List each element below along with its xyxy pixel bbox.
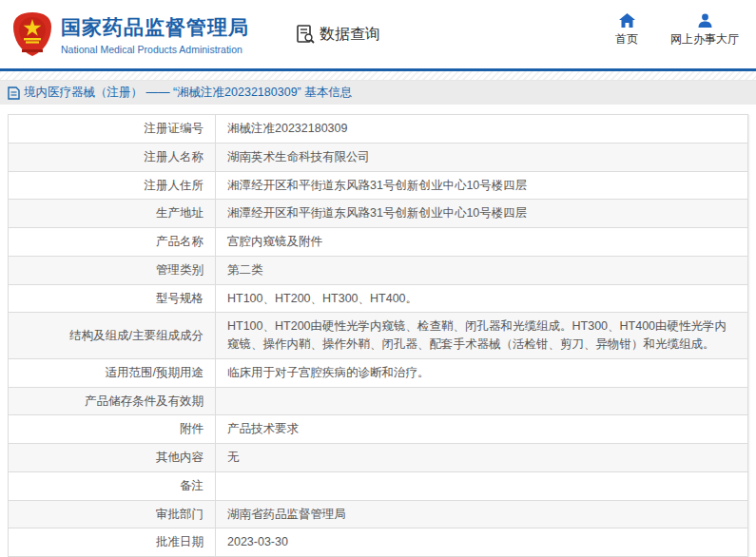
table-row: 生产地址 湘潭经开区和平街道东风路31号创新创业中心10号楼四层 [9,200,748,228]
row-label: 注册人名称 [9,143,216,171]
row-label: 注册人住所 [9,171,216,200]
row-label: 附件 [9,415,216,444]
national-emblem-logo [11,11,53,57]
table-row: 注册人名称 湖南英术生命科技有限公司 [9,143,748,171]
home-icon [619,13,635,28]
breadcrumb: 境内医疗器械（注册） —— “湘械注准20232180309” 基本信息 [0,81,756,105]
row-value: 湘械注准20232180309 [216,115,748,144]
table-row: 适用范围/预期用途 临床用于对子宫腔疾病的诊断和治疗。 [9,358,748,387]
row-label: 备注 [9,471,216,500]
org-name-cn: 国家药品监督管理局 [61,14,249,41]
table-row: 批准日期 2023-03-30 [9,528,748,557]
row-value: 2023-03-30 [216,528,748,557]
table-row: 其他内容 无 [9,444,748,472]
brand-block: 国家药品监督管理局 National Medical Products Admi… [61,14,249,55]
site-header: 国家药品监督管理局 National Medical Products Admi… [0,0,756,68]
row-label: 审批部门 [9,500,216,528]
row-label: 型号规格 [9,284,216,313]
row-value: 产品技术要求 [216,415,748,444]
row-value [216,387,748,415]
nav-home[interactable]: 首页 [615,13,638,48]
data-query-label: 数据查询 [320,25,380,45]
row-label: 适用范围/预期用途 [9,358,216,387]
person-icon [698,13,712,28]
table-row: 型号规格 HT100、HT200、HT300、HT400。 [9,284,748,313]
nav-service-hall[interactable]: 网上办事大厅 [670,13,739,48]
nav-home-label: 首页 [615,31,638,48]
table-row: 注册证编号 湘械注准20232180309 [9,115,748,144]
table-row: 产品名称 宫腔内窥镜及附件 [9,228,748,257]
breadcrumb-text: 境内医疗器械（注册） —— “湘械注准20232180309” 基本信息 [24,85,352,101]
row-label: 其他内容 [9,444,216,472]
row-value: 湘潭经开区和平街道东风路31号创新创业中心10号楼四层 [216,171,748,200]
row-label: 批准日期 [9,528,216,557]
hatched-strip [0,71,756,81]
row-value: HT100、HT200由硬性光学内窥镜、检查鞘、闭孔器和光缆组成。HT300、H… [216,313,748,359]
table-row: 备注 [9,471,748,500]
row-value: 宫腔内窥镜及附件 [216,228,748,257]
header-nav: 首页 网上办事大厅 [615,13,739,48]
row-value: 湖南英术生命科技有限公司 [216,143,748,171]
row-value: 湖南省药品监督管理局 [216,500,748,528]
org-name-en: National Medical Products Administration [61,44,249,55]
row-value [216,471,748,500]
table-row: 附件 产品技术要求 [9,415,748,444]
registration-info-table: 注册证编号 湘械注准20232180309 注册人名称 湖南英术生命科技有限公司… [8,114,748,557]
row-label: 结构及组成/主要组成成分 [9,313,216,359]
table-row: 审批部门 湖南省药品监督管理局 [9,500,748,528]
row-label: 产品储存条件及有效期 [9,387,216,415]
table-row: 产品储存条件及有效期 [9,387,748,415]
row-value: 第二类 [216,256,748,284]
row-label: 生产地址 [9,200,216,228]
row-label: 产品名称 [9,228,216,257]
row-value: HT100、HT200、HT300、HT400。 [216,284,748,313]
table-row: 结构及组成/主要组成成分 HT100、HT200由硬性光学内窥镜、检查鞘、闭孔器… [9,313,748,359]
data-query-section: 数据查询 [295,24,380,45]
row-value: 临床用于对子宫腔疾病的诊断和治疗。 [216,358,748,387]
row-label: 管理类别 [9,256,216,284]
document-search-icon [295,24,316,45]
table-row: 管理类别 第二类 [9,256,748,284]
nav-service-hall-label: 网上办事大厅 [670,31,739,48]
table-row: 注册人住所 湘潭经开区和平街道东风路31号创新创业中心10号楼四层 [9,171,748,200]
row-value: 无 [216,444,748,472]
row-label: 注册证编号 [9,115,216,144]
row-value: 湘潭经开区和平街道东风路31号创新创业中心10号楼四层 [216,200,748,228]
document-icon [8,86,20,100]
